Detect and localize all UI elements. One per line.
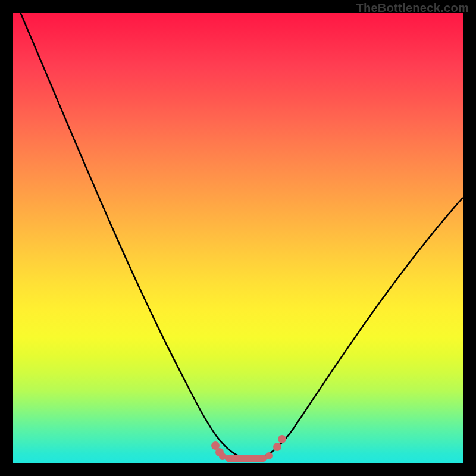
curve-path — [19, 10, 463, 459]
highlight-dot — [278, 435, 286, 443]
highlight-dot — [265, 452, 273, 459]
highlight-dot — [273, 443, 281, 451]
bottleneck-curve — [13, 13, 463, 463]
chart-frame: TheBottleneck.com — [0, 0, 476, 476]
highlight-dot — [225, 455, 232, 462]
